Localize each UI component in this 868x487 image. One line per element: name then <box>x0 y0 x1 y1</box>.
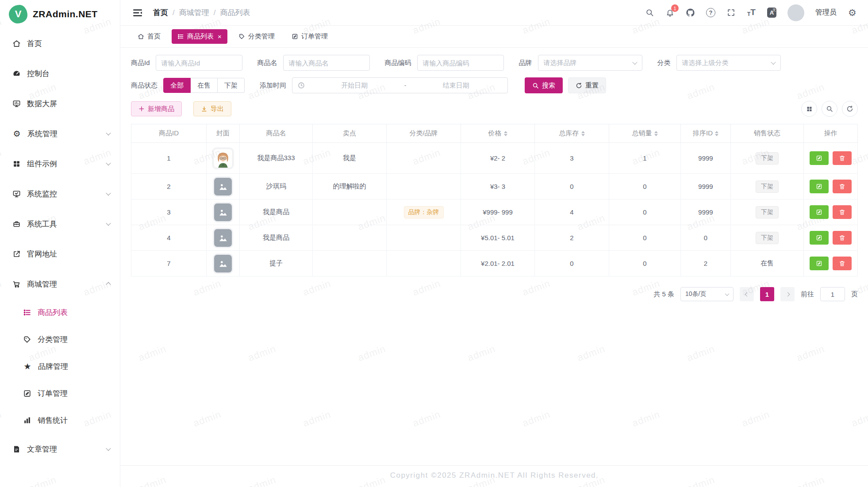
sort-icon[interactable] <box>654 131 658 136</box>
sidebar-item-product-list[interactable]: 商品列表 <box>0 299 120 326</box>
status-radio-group: 全部 在售 下架 <box>163 78 245 93</box>
product-name-input[interactable] <box>283 55 370 71</box>
external-link-icon <box>12 250 21 258</box>
sidebar-item-tools[interactable]: 系统工具 <box>0 209 120 239</box>
sidebar-item-label: 控制台 <box>27 69 110 79</box>
delete-button[interactable] <box>833 231 852 245</box>
delete-button[interactable] <box>833 205 852 219</box>
date-range-picker[interactable]: 开始日期 - 结束日期 <box>292 77 508 93</box>
page-size-select[interactable]: 10条/页 <box>680 287 734 301</box>
edit-button[interactable] <box>810 180 829 193</box>
table-refresh-icon[interactable] <box>842 101 858 117</box>
export-button[interactable]: 导出 <box>193 101 231 116</box>
tab-home[interactable]: 首页 <box>132 29 166 44</box>
prev-page-button[interactable] <box>740 287 754 301</box>
table-search-icon[interactable] <box>822 101 837 117</box>
tab-order[interactable]: 订单管理 <box>286 29 334 44</box>
sidebar-item-articles[interactable]: 文章管理 <box>0 434 120 464</box>
cell-price: ¥2- 2 <box>461 143 535 174</box>
sidebar-item-sales-stats[interactable]: 销售统计 <box>0 407 120 434</box>
search-icon[interactable] <box>645 8 654 17</box>
tab-category[interactable]: 分类管理 <box>233 29 280 44</box>
col-stock[interactable]: 总库存 <box>535 124 609 143</box>
date-start-placeholder: 开始日期 <box>308 81 401 90</box>
breadcrumb-home[interactable]: 首页 <box>153 8 168 18</box>
filter-label: 商品Id <box>131 59 150 67</box>
product-cover-image[interactable] <box>213 149 233 168</box>
sidebar-item-order[interactable]: 订单管理 <box>0 380 120 407</box>
status-all-button[interactable]: 全部 <box>163 78 191 93</box>
cell-actions <box>804 199 858 225</box>
sort-icon[interactable] <box>504 131 507 136</box>
edit-button[interactable] <box>810 257 829 270</box>
navbar-actions: 1 ? TT A文 管理员 ⚙ <box>645 4 857 21</box>
goto-page-input[interactable] <box>820 287 845 301</box>
notification-bell-icon[interactable]: 1 <box>665 8 675 17</box>
sort-icon[interactable] <box>581 131 585 136</box>
col-sort-id[interactable]: 排序ID <box>681 124 731 143</box>
cell-brand <box>387 143 461 174</box>
breadcrumb-separator: / <box>173 8 175 17</box>
current-page-button[interactable]: 1 <box>760 287 774 301</box>
sidebar-item-datascreen[interactable]: 数据大屏 <box>0 88 120 119</box>
sidebar-item-label: 销售统计 <box>38 415 110 426</box>
status-offsale-button[interactable]: 下架 <box>218 78 245 93</box>
filter-product-code: 商品编码 <box>385 55 504 71</box>
add-product-button[interactable]: 新增商品 <box>131 101 182 116</box>
tag-icon <box>23 335 31 344</box>
brand-select[interactable]: 请选择品牌 <box>538 55 642 71</box>
cell-sort: 0 <box>681 225 731 251</box>
edit-button[interactable] <box>810 151 829 165</box>
edit-button[interactable] <box>810 205 829 219</box>
font-size-icon[interactable]: TT <box>747 8 756 17</box>
cell-cover[interactable] <box>207 143 240 174</box>
tab-label: 首页 <box>147 32 161 41</box>
sidebar-item-monitor[interactable]: 系统监控 <box>0 179 120 209</box>
github-icon[interactable] <box>686 8 695 17</box>
sidebar-item-website[interactable]: 官网地址 <box>0 239 120 269</box>
sort-icon[interactable] <box>715 131 718 136</box>
avatar[interactable] <box>787 4 804 21</box>
product-id-input[interactable] <box>156 55 242 71</box>
settings-gear-icon[interactable]: ⚙ <box>848 8 857 17</box>
status-onsale-button[interactable]: 在售 <box>191 78 218 93</box>
col-sales[interactable]: 总销量 <box>609 124 681 143</box>
chevron-up-icon <box>106 282 111 287</box>
cell-cover[interactable] <box>207 174 240 199</box>
close-icon[interactable]: × <box>218 33 222 40</box>
tab-label: 订单管理 <box>301 32 328 41</box>
sidebar-item-components[interactable]: 组件示例 <box>0 149 120 179</box>
tab-product-list[interactable]: 商品列表 × <box>172 29 227 44</box>
reset-button[interactable]: 重置 <box>568 77 606 93</box>
sidebar-item-brand[interactable]: ★ 品牌管理 <box>0 353 120 380</box>
cell-cover[interactable] <box>207 225 240 251</box>
sidebar-item-shop[interactable]: 商城管理 <box>0 269 120 299</box>
home-icon <box>12 39 21 48</box>
cell-cover[interactable] <box>207 251 240 276</box>
cell-cover[interactable] <box>207 199 240 225</box>
category-select[interactable]: 请选择上级分类 <box>676 55 781 71</box>
breadcrumb-shop[interactable]: 商城管理 <box>179 8 209 18</box>
product-code-input[interactable] <box>417 55 504 71</box>
sidebar-item-label: 官网地址 <box>27 249 110 259</box>
search-button[interactable]: 搜索 <box>525 77 563 93</box>
delete-button[interactable] <box>833 151 852 165</box>
sidebar-item-home[interactable]: 首页 <box>0 28 120 58</box>
sidebar-item-console[interactable]: 控制台 <box>0 58 120 88</box>
sidebar-item-category[interactable]: 分类管理 <box>0 326 120 353</box>
delete-button[interactable] <box>833 257 852 270</box>
trash-icon <box>839 234 845 241</box>
columns-grid-icon[interactable] <box>801 101 817 117</box>
next-page-button[interactable] <box>780 287 795 301</box>
fullscreen-icon[interactable] <box>726 8 736 17</box>
help-icon[interactable]: ? <box>706 8 715 17</box>
edit-button[interactable] <box>810 231 829 245</box>
menu-fold-icon[interactable] <box>132 7 143 19</box>
delete-button[interactable] <box>833 180 852 193</box>
sidebar-item-system[interactable]: ⚙ 系统管理 <box>0 119 120 149</box>
content: 商品Id 商品名 商品编码 品牌 请选择品牌 <box>120 48 868 465</box>
logo[interactable]: V ZRAdmin.NET <box>0 0 120 28</box>
translate-icon[interactable]: A文 <box>767 8 776 17</box>
col-price[interactable]: 价格 <box>461 124 535 143</box>
user-name[interactable]: 管理员 <box>815 8 837 17</box>
